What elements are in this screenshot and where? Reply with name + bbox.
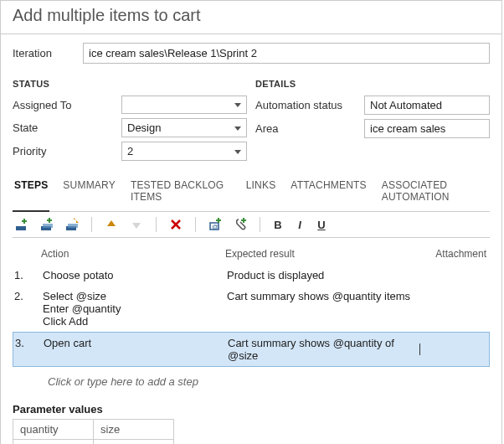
- text-cursor: [419, 343, 420, 355]
- state-label: State: [13, 121, 121, 134]
- move-up-icon[interactable]: [104, 217, 119, 232]
- column-header-action: Action: [41, 248, 225, 260]
- tab-summary[interactable]: SUMMARY: [61, 177, 117, 208]
- svg-rect-2: [22, 220, 27, 222]
- step-number: 1.: [13, 268, 41, 282]
- svg-rect-0: [16, 226, 26, 230]
- step-number: 2.: [13, 289, 41, 328]
- move-down-icon[interactable]: [129, 217, 144, 232]
- step-row-selected[interactable]: 3. Open cart Cart summary shows @quantit…: [13, 332, 490, 367]
- add-step-placeholder[interactable]: Click or type here to add a step: [13, 367, 490, 393]
- iteration-field[interactable]: ice cream sales\Release 1\Sprint 2: [83, 43, 490, 64]
- tab-tested-backlog-items[interactable]: TESTED BACKLOG ITEMS: [129, 177, 233, 208]
- svg-rect-4: [43, 224, 53, 228]
- svg-rect-6: [47, 219, 52, 221]
- param-row[interactable]: 1 Large: [13, 440, 174, 445]
- iteration-label: Iteration: [13, 47, 83, 59]
- create-shared-steps-icon[interactable]: [64, 217, 80, 232]
- priority-select[interactable]: 2: [121, 142, 247, 161]
- add-attachment-icon[interactable]: [233, 217, 248, 232]
- step-action[interactable]: Open cart: [42, 336, 226, 363]
- parameter-values-table: quantity size 1 Large 2 Large 1 Medium: [13, 419, 174, 444]
- steps-toolbar: @ B I U: [13, 212, 490, 238]
- area-label: Area: [255, 122, 364, 135]
- area-field[interactable]: ice cream sales: [364, 119, 490, 138]
- state-select[interactable]: Design: [121, 118, 247, 137]
- details-heading: DETAILS: [255, 79, 490, 89]
- step-row[interactable]: 1. Choose potato Product is displayed: [13, 265, 490, 286]
- step-action[interactable]: Select @size Enter @quantity Click Add: [41, 289, 225, 328]
- steps-grid: Action Expected result Attachment 1. Cho…: [13, 238, 490, 393]
- assigned-to-select[interactable]: [121, 96, 247, 114]
- step-row[interactable]: 2. Select @size Enter @quantity Click Ad…: [13, 286, 490, 332]
- step-expected[interactable]: Product is displayed: [225, 268, 423, 282]
- step-action[interactable]: Choose potato: [41, 268, 225, 282]
- insert-parameter-icon[interactable]: @: [208, 217, 223, 232]
- underline-button[interactable]: U: [316, 219, 327, 231]
- priority-label: Priority: [13, 145, 121, 157]
- param-header-quantity[interactable]: quantity: [13, 420, 94, 440]
- italic-button[interactable]: I: [294, 219, 306, 231]
- step-expected-editing[interactable]: Cart summary shows @quantity of @size: [226, 336, 422, 363]
- svg-rect-14: [216, 219, 221, 221]
- step-expected[interactable]: Cart summary shows @quantity items: [225, 289, 423, 328]
- step-number: 3.: [13, 336, 42, 363]
- svg-rect-8: [68, 224, 78, 228]
- assigned-to-label: Assigned To: [13, 99, 121, 111]
- column-header-expected: Expected result: [225, 248, 423, 260]
- bold-button[interactable]: B: [272, 219, 284, 231]
- tab-associated-automation[interactable]: ASSOCIATED AUTOMATION: [380, 177, 490, 208]
- svg-rect-16: [241, 219, 246, 221]
- svg-text:@: @: [212, 223, 219, 230]
- delete-step-icon[interactable]: [168, 217, 183, 232]
- tab-links[interactable]: LINKS: [244, 177, 278, 208]
- param-cell[interactable]: 1: [13, 440, 94, 445]
- tab-steps[interactable]: STEPS: [13, 177, 49, 212]
- insert-step-icon[interactable]: [14, 217, 29, 232]
- page-title: Add multiple items to cart: [1, 1, 501, 34]
- status-heading: STATUS: [13, 79, 247, 89]
- automation-status-label: Automation status: [255, 99, 364, 111]
- column-header-attachment: Attachment: [423, 248, 490, 260]
- param-header-size[interactable]: size: [94, 420, 174, 440]
- insert-shared-step-icon[interactable]: [39, 217, 54, 232]
- tab-bar: STEPS SUMMARY TESTED BACKLOG ITEMS LINKS…: [13, 177, 490, 212]
- param-cell[interactable]: Large: [94, 440, 174, 445]
- tab-attachments[interactable]: ATTACHMENTS: [289, 177, 368, 208]
- automation-status-field[interactable]: Not Automated: [364, 96, 490, 115]
- parameter-values-heading: Parameter values: [13, 403, 490, 416]
